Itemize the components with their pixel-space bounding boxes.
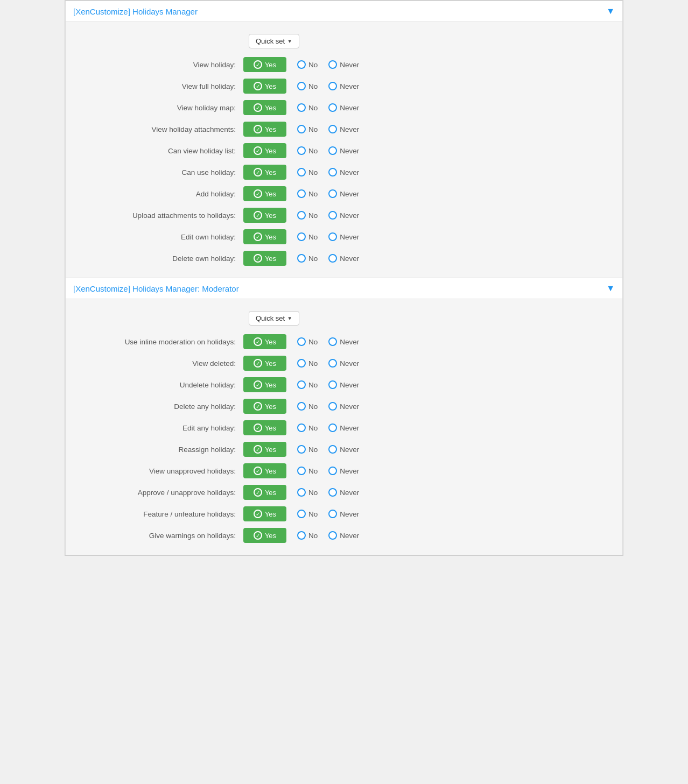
no-option-1-3[interactable]: No <box>297 103 318 112</box>
never-option-1-9[interactable]: Never <box>328 232 359 241</box>
section-toggle-1[interactable]: ▼ <box>606 6 615 16</box>
yes-button-1-4[interactable]: ✓Yes <box>243 122 286 137</box>
no-option-2-2[interactable]: No <box>297 359 318 368</box>
never-option-2-1[interactable]: Never <box>328 337 359 346</box>
yes-button-2-3[interactable]: ✓Yes <box>243 377 286 392</box>
no-option-1-9[interactable]: No <box>297 232 318 241</box>
no-option-2-5[interactable]: No <box>297 423 318 432</box>
no-option-2-4[interactable]: No <box>297 402 318 411</box>
never-option-2-4[interactable]: Never <box>328 402 359 411</box>
never-option-1-5[interactable]: Never <box>328 146 359 155</box>
yes-button-1-10[interactable]: ✓Yes <box>243 251 286 266</box>
never-option-2-8[interactable]: Never <box>328 488 359 497</box>
quick-set-button-1[interactable]: Quick set▼ <box>249 34 299 48</box>
no-option-2-6[interactable]: No <box>297 445 318 454</box>
yes-label-2-6: Yes <box>265 446 276 454</box>
no-label-2-6: No <box>308 446 318 454</box>
yes-label-1-6: Yes <box>265 168 276 176</box>
never-option-2-2[interactable]: Never <box>328 359 359 368</box>
quick-set-row-1: Quick set▼ <box>66 31 622 54</box>
no-option-1-7[interactable]: No <box>297 189 318 198</box>
yes-button-2-7[interactable]: ✓Yes <box>243 463 286 478</box>
no-option-1-4[interactable]: No <box>297 125 318 133</box>
no-option-1-2[interactable]: No <box>297 82 318 90</box>
yes-button-1-8[interactable]: ✓Yes <box>243 208 286 223</box>
permission-label-2-3: Undelete holiday: <box>66 381 243 389</box>
yes-button-1-7[interactable]: ✓Yes <box>243 186 286 201</box>
never-option-2-9[interactable]: Never <box>328 510 359 518</box>
yes-label-1-5: Yes <box>265 147 276 155</box>
never-option-1-6[interactable]: Never <box>328 168 359 176</box>
section-header-2: [XenCustomize] Holidays Manager: Moderat… <box>66 278 622 299</box>
permission-options-2-6: ✓YesNoNever <box>243 442 359 457</box>
yes-button-2-4[interactable]: ✓Yes <box>243 399 286 414</box>
section-2: [XenCustomize] Holidays Manager: Moderat… <box>65 278 623 555</box>
no-option-2-3[interactable]: No <box>297 380 318 389</box>
no-option-1-10[interactable]: No <box>297 254 318 263</box>
yes-button-2-2[interactable]: ✓Yes <box>243 356 286 371</box>
yes-icon-2-1: ✓ <box>254 337 262 346</box>
no-radio-2-2 <box>297 359 306 368</box>
no-option-2-10[interactable]: No <box>297 531 318 540</box>
no-option-2-1[interactable]: No <box>297 337 318 346</box>
yes-icon-2-9: ✓ <box>254 510 262 518</box>
never-option-1-1[interactable]: Never <box>328 60 359 69</box>
permission-label-1-1: View holiday: <box>66 61 243 69</box>
permission-label-1-6: Can use holiday: <box>66 168 243 176</box>
no-radio-1-8 <box>297 211 306 220</box>
no-option-2-9[interactable]: No <box>297 510 318 518</box>
quick-set-button-2[interactable]: Quick set▼ <box>249 311 299 326</box>
never-option-1-3[interactable]: Never <box>328 103 359 112</box>
yes-button-1-6[interactable]: ✓Yes <box>243 165 286 180</box>
no-radio-1-2 <box>297 82 306 90</box>
never-option-2-6[interactable]: Never <box>328 445 359 454</box>
yes-button-2-5[interactable]: ✓Yes <box>243 420 286 435</box>
never-option-2-10[interactable]: Never <box>328 531 359 540</box>
permission-row-1-6: Can use holiday:✓YesNoNever <box>66 161 622 183</box>
never-label-2-2: Never <box>340 359 359 368</box>
yes-button-2-10[interactable]: ✓Yes <box>243 528 286 543</box>
never-option-1-10[interactable]: Never <box>328 254 359 263</box>
quick-set-row-2: Quick set▼ <box>66 308 622 331</box>
never-option-1-7[interactable]: Never <box>328 189 359 198</box>
no-radio-1-10 <box>297 254 306 263</box>
never-option-1-4[interactable]: Never <box>328 125 359 133</box>
never-label-2-5: Never <box>340 424 359 432</box>
yes-button-2-8[interactable]: ✓Yes <box>243 485 286 500</box>
yes-icon-2-7: ✓ <box>254 467 262 475</box>
no-label-1-8: No <box>308 211 318 220</box>
permission-row-2-2: View deleted:✓YesNoNever <box>66 352 622 374</box>
yes-button-1-9[interactable]: ✓Yes <box>243 229 286 244</box>
no-option-1-1[interactable]: No <box>297 60 318 69</box>
yes-button-2-6[interactable]: ✓Yes <box>243 442 286 457</box>
yes-button-1-1[interactable]: ✓Yes <box>243 57 286 72</box>
no-option-2-7[interactable]: No <box>297 467 318 475</box>
yes-button-2-1[interactable]: ✓Yes <box>243 334 286 349</box>
no-radio-2-3 <box>297 380 306 389</box>
no-option-2-8[interactable]: No <box>297 488 318 497</box>
yes-label-1-2: Yes <box>265 82 276 90</box>
section-title-1: [XenCustomize] Holidays Manager <box>73 7 198 16</box>
no-option-1-8[interactable]: No <box>297 211 318 220</box>
never-option-2-7[interactable]: Never <box>328 467 359 475</box>
never-option-2-5[interactable]: Never <box>328 423 359 432</box>
yes-button-1-3[interactable]: ✓Yes <box>243 100 286 115</box>
never-option-1-8[interactable]: Never <box>328 211 359 220</box>
permission-label-2-10: Give warnings on holidays: <box>66 532 243 540</box>
permission-row-2-1: Use inline moderation on holidays:✓YesNo… <box>66 331 622 352</box>
permission-label-2-9: Feature / unfeature holidays: <box>66 510 243 518</box>
never-option-2-3[interactable]: Never <box>328 380 359 389</box>
never-radio-2-2 <box>328 359 337 368</box>
no-option-1-5[interactable]: No <box>297 146 318 155</box>
yes-icon-1-3: ✓ <box>254 103 262 112</box>
no-option-1-6[interactable]: No <box>297 168 318 176</box>
never-radio-1-5 <box>328 146 337 155</box>
never-radio-1-2 <box>328 82 337 90</box>
yes-button-1-2[interactable]: ✓Yes <box>243 79 286 94</box>
yes-button-1-5[interactable]: ✓Yes <box>243 143 286 158</box>
section-toggle-2[interactable]: ▼ <box>606 284 615 293</box>
never-option-1-2[interactable]: Never <box>328 82 359 90</box>
yes-button-2-9[interactable]: ✓Yes <box>243 506 286 521</box>
no-label-2-9: No <box>308 510 318 518</box>
no-label-2-5: No <box>308 424 318 432</box>
